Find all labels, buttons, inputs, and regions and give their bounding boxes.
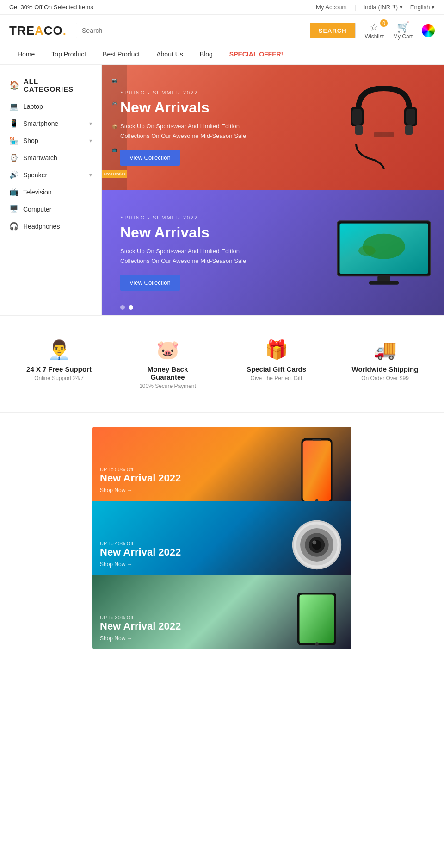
feature-support-title: 24 X 7 Free Support [26, 365, 92, 373]
camera-svg [289, 517, 345, 573]
shipping-icon: 🚚 [374, 339, 397, 361]
currency-selector[interactable]: India (INR ₹) ▾ [364, 4, 403, 11]
banner-season-2: SPRING - SUMMER 2022 [120, 215, 305, 220]
phone-svg [298, 436, 335, 501]
cart-label: My Cart [393, 33, 413, 40]
my-account-link[interactable]: My Account [316, 4, 347, 11]
feature-shipping-title: Worldwide Shipping [352, 365, 419, 373]
logo[interactable]: TREACO. [9, 24, 67, 38]
sidebar-item-smartwatch[interactable]: ⌚ Smartwatch [0, 149, 101, 166]
dot-2[interactable] [129, 305, 133, 310]
promo-shop-3[interactable]: Shop Now → [100, 635, 181, 642]
banner-heading-1: New Arrivals [120, 99, 305, 116]
svg-rect-6 [374, 132, 394, 137]
top-bar: Get 30% Off On Selected Items My Account… [0, 0, 444, 15]
sidebar-item-television[interactable]: 📺 Television [0, 183, 101, 200]
svg-point-11 [358, 245, 376, 256]
svg-rect-15 [303, 440, 331, 501]
view-collection-button-1[interactable]: View Collection [120, 150, 180, 166]
dot-1[interactable] [120, 305, 125, 310]
sidebar-item-label: Headphones [23, 223, 60, 230]
smartwatch-icon: ⌚ [9, 153, 18, 162]
nav-special-offer[interactable]: SPECIAL OFFER! [221, 44, 291, 64]
promo-shop-1[interactable]: Shop Now → [100, 487, 181, 493]
search-input[interactable] [76, 23, 310, 38]
promo-product-camera [287, 515, 347, 575]
feature-support: 👨‍💼 24 X 7 Free Support Online Support 2… [18, 339, 99, 389]
banner-tv: SPRING - SUMMER 2022 New Arrivals Stock … [102, 190, 444, 315]
banner-image-tv [324, 202, 444, 304]
sidebar-item-label: Television [23, 188, 51, 196]
banner-desc-1: Stock Up On Sportswear And Limited Editi… [120, 122, 305, 141]
speaker-icon: 🔊 [9, 170, 18, 179]
tablet-svg [296, 589, 338, 649]
wishlist-icon: ☆ [370, 21, 379, 33]
sidebar-item-speaker[interactable]: 🔊 Speaker ▾ [0, 166, 101, 183]
sidebar-item-headphones[interactable]: 🎧 Headphones [0, 218, 101, 235]
sidebar-item-laptop[interactable]: 💻 Laptop [0, 98, 101, 115]
support-icon: 👨‍💼 [48, 339, 71, 361]
feature-shipping-sub: On Order Over $99 [361, 375, 409, 381]
header: TREACO. SEARCH ☆ 0 Wishlist 🛒 My Cart [0, 15, 444, 44]
sidebar-home-icon: 🏠 [9, 80, 20, 90]
giftcards-icon: 🎁 [265, 339, 288, 361]
banner-area: SPRING - SUMMER 2022 New Arrivals Stock … [102, 65, 444, 315]
promo-section: UP To 50% Off New Arrival 2022 Shop Now … [0, 413, 444, 663]
cart-button[interactable]: 🛒 My Cart [393, 21, 413, 40]
sidebar-item-computer[interactable]: 🖥️ Computer [0, 200, 101, 218]
svg-point-24 [313, 541, 317, 545]
sidebar-item-label: Smartphone [23, 120, 58, 127]
laptop-icon: 💻 [9, 102, 18, 111]
svg-rect-12 [377, 276, 390, 282]
nav-about[interactable]: About Us [148, 44, 191, 64]
nav-top-product[interactable]: Top Product [43, 44, 94, 64]
banner-season-1: SPRING - SUMMER 2022 [120, 90, 305, 95]
promo-content-1: UP To 50% Off New Arrival 2022 Shop Now … [100, 467, 181, 493]
search-button[interactable]: SEARCH [310, 23, 355, 38]
headphones-icon: 🎧 [9, 222, 18, 231]
view-collection-button-2[interactable]: View Collection [120, 275, 180, 291]
feature-giftcards-title: Special Gift Cards [247, 365, 306, 373]
feature-moneyback-title: Money BackGuarantee [148, 365, 188, 381]
feature-support-sub: Online Support 24/7 [34, 375, 84, 381]
sidebar-item-shop[interactable]: 🏪 Shop ▾ [0, 132, 101, 149]
promo-content-2: UP To 40% Off New Arrival 2022 Shop Now … [100, 541, 181, 568]
feature-moneyback: 🐷 Money BackGuarantee 100% Secure Paymen… [127, 339, 208, 389]
cart-icon: 🛒 [397, 21, 409, 33]
sidebar-item-label: Shop [23, 137, 38, 144]
header-icons: ☆ 0 Wishlist 🛒 My Cart [365, 21, 435, 40]
banner-image-headphones [324, 77, 444, 179]
promo-product-phone [287, 441, 347, 501]
svg-rect-5 [405, 125, 413, 135]
sidebar-title: 🏠 ALL CATEGORIES [0, 73, 101, 98]
nav-blog[interactable]: Blog [191, 44, 221, 64]
sidebar-item-label: Laptop [23, 103, 43, 110]
sidebar-item-label: Speaker [23, 171, 47, 179]
language-selector[interactable]: English ▾ [410, 4, 435, 11]
wishlist-button[interactable]: ☆ 0 Wishlist [365, 21, 384, 40]
nav-home[interactable]: Home [9, 44, 43, 64]
shop-icon: 🏪 [9, 136, 18, 145]
svg-rect-3 [406, 109, 415, 125]
sidebar-item-smartphone[interactable]: 📱 Smartphone ▾ [0, 115, 101, 132]
television-icon: 📺 [9, 187, 18, 196]
sidebar-item-label: Smartwatch [23, 154, 57, 162]
svg-point-27 [315, 642, 319, 646]
search-bar: SEARCH [76, 23, 356, 38]
color-wheel-icon[interactable] [422, 24, 435, 37]
svg-rect-13 [369, 281, 399, 284]
promo-shop-2[interactable]: Shop Now → [100, 561, 181, 568]
promo-heading-2: New Arrival 2022 [100, 546, 181, 558]
nav-best-product[interactable]: Best Product [94, 44, 148, 64]
feature-moneyback-sub: 100% Secure Payment [139, 383, 196, 389]
svg-rect-4 [355, 125, 363, 135]
feature-giftcards: 🎁 Special Gift Cards Give The Perfect Gi… [236, 339, 317, 389]
banner-text-1: SPRING - SUMMER 2022 New Arrivals Stock … [102, 76, 324, 180]
headphones-svg [338, 81, 430, 174]
promo-off-2: UP To 40% Off [100, 541, 181, 546]
computer-icon: 🖥️ [9, 205, 18, 213]
chevron-down-icon: ▾ [89, 120, 92, 127]
page-wrapper: Get 30% Off On Selected Items My Account… [0, 0, 444, 663]
promo-heading-3: New Arrival 2022 [100, 620, 181, 632]
banner-desc-2: Stock Up On Sportswear And Limited Editi… [120, 247, 305, 266]
